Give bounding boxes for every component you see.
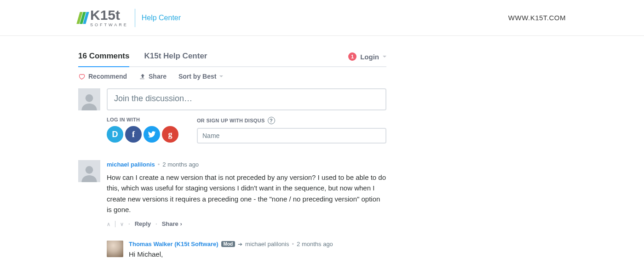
comments-tabs: 16 Comments K15t Help Center 1 Login <box>78 52 386 67</box>
signup-label: OR SIGN UP WITH DISQUS <box>197 118 265 123</box>
signup-block: OR SIGN UP WITH DISQUS ? <box>197 117 386 144</box>
login-label: Login <box>360 53 379 61</box>
separator-dot: • <box>292 241 294 247</box>
svg-point-0 <box>86 94 93 102</box>
login-with-label: LOG IN WITH <box>107 117 178 122</box>
person-icon <box>80 164 98 182</box>
chevron-down-icon <box>219 75 223 77</box>
reply-button[interactable]: Reply <box>135 219 151 229</box>
reply-timestamp[interactable]: 2 months ago <box>297 241 333 247</box>
svg-point-1 <box>86 166 93 174</box>
comment-timestamp[interactable]: 2 months ago <box>162 160 199 169</box>
logo-slashes-icon <box>78 12 87 24</box>
facebook-icon: f <box>132 130 135 139</box>
tab-site-name[interactable]: K15t Help Center <box>144 52 207 66</box>
sort-label: Sort by Best <box>178 73 216 80</box>
chevron-down-icon <box>383 56 386 58</box>
comment-actions: ∧ ∨ · Reply · Share › <box>107 219 386 229</box>
comment-avatar[interactable] <box>78 160 100 182</box>
recommend-button[interactable]: Recommend <box>78 73 127 80</box>
brand-block: K15t SOFTWARE Help Center <box>78 8 181 27</box>
notification-badge: 1 <box>348 52 356 61</box>
disqus-login-button[interactable]: D <box>107 126 123 143</box>
guest-avatar <box>78 88 100 110</box>
disqus-icon: D <box>112 130 118 139</box>
compose-row: Join the discussion… <box>78 88 386 110</box>
vertical-separator <box>135 9 135 27</box>
comment-item: michael palilonis • 2 months ago How can… <box>78 160 386 229</box>
reply-item: Thomas Walker (K15t Software) Mod ➔ mich… <box>107 241 386 258</box>
comment-share-button[interactable]: Share › <box>162 219 182 229</box>
share-button[interactable]: Share <box>139 73 167 80</box>
logo-subtext: SOFTWARE <box>90 23 128 27</box>
share-label: Share <box>149 73 167 80</box>
recommend-label: Recommend <box>88 73 127 80</box>
google-login-button[interactable]: g <box>162 126 178 143</box>
signup-name-input[interactable] <box>197 128 386 144</box>
comment-text: How can I create a new version that is n… <box>107 172 386 215</box>
tab-comment-count[interactable]: 16 Comments <box>78 52 129 67</box>
google-icon: g <box>168 130 172 139</box>
auth-row: LOG IN WITH D f g OR SIGN UP WITH DISQUS… <box>107 117 386 144</box>
person-icon <box>80 92 98 110</box>
reply-arrow-icon: ➔ <box>238 241 242 247</box>
reply-avatar[interactable] <box>107 241 123 257</box>
comments-toolbar: Recommend Share Sort by Best <box>78 67 386 88</box>
help-icon[interactable]: ? <box>268 117 275 124</box>
share-icon <box>139 73 145 80</box>
twitter-icon <box>148 130 156 138</box>
logo[interactable]: K15t SOFTWARE <box>78 8 128 27</box>
sort-dropdown[interactable]: Sort by Best <box>178 73 223 80</box>
site-header: K15t SOFTWARE Help Center WWW.K15T.COM <box>0 0 644 36</box>
reply-to-link[interactable]: michael palilonis <box>245 241 289 247</box>
heart-icon <box>78 73 85 80</box>
logo-text: K15t <box>90 8 128 22</box>
comments-widget: 16 Comments K15t Help Center 1 Login Rec… <box>78 52 386 258</box>
separator <box>115 221 115 227</box>
twitter-login-button[interactable] <box>144 126 160 143</box>
comment-input[interactable]: Join the discussion… <box>107 88 386 110</box>
moderator-badge: Mod <box>221 241 236 247</box>
downvote-button[interactable]: ∨ <box>120 220 124 228</box>
site-url-link[interactable]: WWW.K15T.COM <box>508 14 566 22</box>
comment-author-link[interactable]: michael palilonis <box>107 160 155 169</box>
login-with-block: LOG IN WITH D f g <box>107 117 178 143</box>
upvote-button[interactable]: ∧ <box>107 220 110 228</box>
separator-dot: • <box>158 160 160 169</box>
reply-thread: Thomas Walker (K15t Software) Mod ➔ mich… <box>107 241 386 258</box>
facebook-login-button[interactable]: f <box>125 126 142 143</box>
login-menu[interactable]: 1 Login <box>348 52 386 65</box>
help-center-link[interactable]: Help Center <box>142 14 181 22</box>
reply-author-link[interactable]: Thomas Walker (K15t Software) <box>129 241 218 247</box>
reply-text: Hi Michael, <box>129 250 386 258</box>
